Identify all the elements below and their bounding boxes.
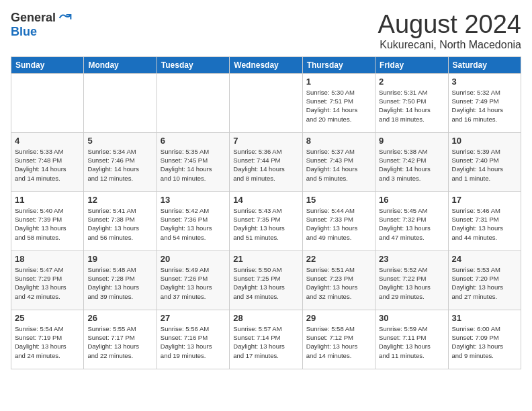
day-info: Sunrise: 5:32 AM Sunset: 7:49 PM Dayligh… xyxy=(452,88,517,124)
calendar-week-row: 18Sunrise: 5:47 AM Sunset: 7:29 PM Dayli… xyxy=(11,250,521,310)
calendar-table: SundayMondayTuesdayWednesdayThursdayFrid… xyxy=(11,56,521,369)
day-info: Sunrise: 5:42 AM Sunset: 7:36 PM Dayligh… xyxy=(161,206,226,242)
calendar-cell xyxy=(84,73,157,132)
day-number: 19 xyxy=(87,254,152,264)
day-info: Sunrise: 5:36 AM Sunset: 7:44 PM Dayligh… xyxy=(233,147,298,183)
calendar-cell: 15Sunrise: 5:44 AM Sunset: 7:33 PM Dayli… xyxy=(302,191,375,250)
day-number: 27 xyxy=(161,313,226,323)
title-section: August 2024 Kukurecani, North Macedonia xyxy=(378,11,521,51)
calendar-cell xyxy=(230,73,302,132)
calendar-cell: 6Sunrise: 5:35 AM Sunset: 7:45 PM Daylig… xyxy=(157,132,229,191)
location-subtitle: Kukurecani, North Macedonia xyxy=(378,39,521,51)
day-info: Sunrise: 5:45 AM Sunset: 7:32 PM Dayligh… xyxy=(379,206,444,242)
day-number: 22 xyxy=(306,254,371,264)
day-info: Sunrise: 5:44 AM Sunset: 7:33 PM Dayligh… xyxy=(306,206,371,242)
calendar-day-header: Friday xyxy=(375,56,448,73)
day-info: Sunrise: 5:34 AM Sunset: 7:46 PM Dayligh… xyxy=(87,147,152,183)
calendar-cell: 17Sunrise: 5:46 AM Sunset: 7:31 PM Dayli… xyxy=(448,191,521,250)
day-number: 3 xyxy=(452,77,517,87)
calendar-cell: 7Sunrise: 5:36 AM Sunset: 7:44 PM Daylig… xyxy=(230,132,302,191)
day-number: 5 xyxy=(87,136,152,146)
calendar-cell: 30Sunrise: 5:59 AM Sunset: 7:11 PM Dayli… xyxy=(375,310,448,369)
day-info: Sunrise: 5:54 AM Sunset: 7:19 PM Dayligh… xyxy=(15,324,80,360)
calendar-cell xyxy=(157,73,229,132)
calendar-cell: 13Sunrise: 5:42 AM Sunset: 7:36 PM Dayli… xyxy=(157,191,229,250)
day-number: 24 xyxy=(452,254,517,264)
day-info: Sunrise: 5:48 AM Sunset: 7:28 PM Dayligh… xyxy=(87,265,152,301)
calendar-cell: 18Sunrise: 5:47 AM Sunset: 7:29 PM Dayli… xyxy=(11,250,84,310)
day-number: 21 xyxy=(233,254,298,264)
calendar-cell: 10Sunrise: 5:39 AM Sunset: 7:40 PM Dayli… xyxy=(448,132,521,191)
day-number: 12 xyxy=(87,195,152,205)
calendar-cell: 16Sunrise: 5:45 AM Sunset: 7:32 PM Dayli… xyxy=(375,191,448,250)
day-number: 13 xyxy=(161,195,226,205)
calendar-cell: 22Sunrise: 5:51 AM Sunset: 7:23 PM Dayli… xyxy=(302,250,375,310)
calendar-cell: 9Sunrise: 5:38 AM Sunset: 7:42 PM Daylig… xyxy=(375,132,448,191)
calendar-header-row: SundayMondayTuesdayWednesdayThursdayFrid… xyxy=(11,56,521,73)
calendar-cell: 23Sunrise: 5:52 AM Sunset: 7:22 PM Dayli… xyxy=(375,250,448,310)
day-number: 2 xyxy=(379,77,444,87)
calendar-cell: 20Sunrise: 5:49 AM Sunset: 7:26 PM Dayli… xyxy=(157,250,229,310)
day-number: 15 xyxy=(306,195,371,205)
day-number: 29 xyxy=(306,313,371,323)
day-number: 28 xyxy=(233,313,298,323)
calendar-day-header: Saturday xyxy=(448,56,521,73)
calendar-week-row: 11Sunrise: 5:40 AM Sunset: 7:39 PM Dayli… xyxy=(11,191,521,250)
day-number: 7 xyxy=(233,136,298,146)
calendar-cell: 28Sunrise: 5:57 AM Sunset: 7:14 PM Dayli… xyxy=(230,310,302,369)
day-number: 6 xyxy=(161,136,226,146)
calendar-cell: 12Sunrise: 5:41 AM Sunset: 7:38 PM Dayli… xyxy=(84,191,157,250)
day-info: Sunrise: 5:52 AM Sunset: 7:22 PM Dayligh… xyxy=(379,265,444,301)
calendar-day-header: Tuesday xyxy=(157,56,229,73)
day-info: Sunrise: 5:49 AM Sunset: 7:26 PM Dayligh… xyxy=(161,265,226,301)
day-number: 1 xyxy=(306,77,371,87)
day-number: 25 xyxy=(15,313,80,323)
day-info: Sunrise: 5:47 AM Sunset: 7:29 PM Dayligh… xyxy=(15,265,80,301)
month-year-title: August 2024 xyxy=(378,11,521,39)
logo-icon xyxy=(58,11,72,25)
calendar-cell: 27Sunrise: 5:56 AM Sunset: 7:16 PM Dayli… xyxy=(157,310,229,369)
day-number: 20 xyxy=(161,254,226,264)
logo-general-text: General xyxy=(11,11,56,25)
header: General Blue August 2024 Kukurecani, Nor… xyxy=(11,11,521,51)
calendar-cell: 1Sunrise: 5:30 AM Sunset: 7:51 PM Daylig… xyxy=(302,73,375,132)
day-info: Sunrise: 5:30 AM Sunset: 7:51 PM Dayligh… xyxy=(306,88,371,124)
day-info: Sunrise: 5:50 AM Sunset: 7:25 PM Dayligh… xyxy=(233,265,298,301)
day-info: Sunrise: 5:46 AM Sunset: 7:31 PM Dayligh… xyxy=(452,206,517,242)
day-number: 10 xyxy=(452,136,517,146)
calendar-cell: 8Sunrise: 5:37 AM Sunset: 7:43 PM Daylig… xyxy=(302,132,375,191)
calendar-day-header: Wednesday xyxy=(230,56,302,73)
day-number: 14 xyxy=(233,195,298,205)
calendar-cell: 11Sunrise: 5:40 AM Sunset: 7:39 PM Dayli… xyxy=(11,191,84,250)
day-info: Sunrise: 5:56 AM Sunset: 7:16 PM Dayligh… xyxy=(161,324,226,360)
day-info: Sunrise: 5:41 AM Sunset: 7:38 PM Dayligh… xyxy=(87,206,152,242)
day-number: 4 xyxy=(15,136,80,146)
calendar-cell xyxy=(11,73,84,132)
day-info: Sunrise: 5:59 AM Sunset: 7:11 PM Dayligh… xyxy=(379,324,444,360)
day-info: Sunrise: 5:55 AM Sunset: 7:17 PM Dayligh… xyxy=(87,324,152,360)
calendar-cell: 24Sunrise: 5:53 AM Sunset: 7:20 PM Dayli… xyxy=(448,250,521,310)
calendar-cell: 31Sunrise: 6:00 AM Sunset: 7:09 PM Dayli… xyxy=(448,310,521,369)
day-info: Sunrise: 5:31 AM Sunset: 7:50 PM Dayligh… xyxy=(379,88,444,124)
day-number: 23 xyxy=(379,254,444,264)
day-number: 17 xyxy=(452,195,517,205)
calendar-cell: 4Sunrise: 5:33 AM Sunset: 7:48 PM Daylig… xyxy=(11,132,84,191)
calendar-day-header: Thursday xyxy=(302,56,375,73)
day-number: 18 xyxy=(15,254,80,264)
calendar-cell: 2Sunrise: 5:31 AM Sunset: 7:50 PM Daylig… xyxy=(375,73,448,132)
logo: General Blue xyxy=(11,11,72,39)
day-info: Sunrise: 5:53 AM Sunset: 7:20 PM Dayligh… xyxy=(452,265,517,301)
calendar-cell: 26Sunrise: 5:55 AM Sunset: 7:17 PM Dayli… xyxy=(84,310,157,369)
calendar-cell: 19Sunrise: 5:48 AM Sunset: 7:28 PM Dayli… xyxy=(84,250,157,310)
day-number: 30 xyxy=(379,313,444,323)
calendar-week-row: 25Sunrise: 5:54 AM Sunset: 7:19 PM Dayli… xyxy=(11,310,521,369)
day-info: Sunrise: 5:38 AM Sunset: 7:42 PM Dayligh… xyxy=(379,147,444,183)
day-number: 8 xyxy=(306,136,371,146)
day-info: Sunrise: 5:57 AM Sunset: 7:14 PM Dayligh… xyxy=(233,324,298,360)
day-info: Sunrise: 5:37 AM Sunset: 7:43 PM Dayligh… xyxy=(306,147,371,183)
calendar-cell: 21Sunrise: 5:50 AM Sunset: 7:25 PM Dayli… xyxy=(230,250,302,310)
calendar-cell: 25Sunrise: 5:54 AM Sunset: 7:19 PM Dayli… xyxy=(11,310,84,369)
day-info: Sunrise: 5:43 AM Sunset: 7:35 PM Dayligh… xyxy=(233,206,298,242)
calendar-cell: 3Sunrise: 5:32 AM Sunset: 7:49 PM Daylig… xyxy=(448,73,521,132)
day-number: 9 xyxy=(379,136,444,146)
